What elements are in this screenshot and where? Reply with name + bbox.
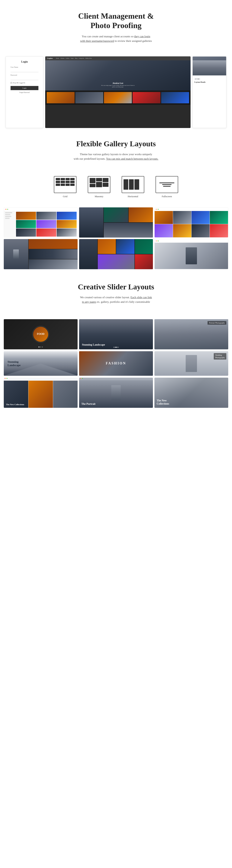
wedding-slider-card: WeddingPhotography xyxy=(155,351,228,376)
masonry-col-2 xyxy=(96,178,102,187)
nav-link-blog[interactable]: Blog xyxy=(75,58,77,59)
nav-link-pages[interactable]: Pages xyxy=(71,58,74,59)
grid-cell xyxy=(61,184,65,186)
photo-cell xyxy=(57,228,77,237)
nav-link-gallery[interactable]: Gallery xyxy=(66,58,69,59)
photo-cell xyxy=(98,239,116,254)
fullscreen-label: Fullscreen xyxy=(162,195,172,198)
fullscreen-line xyxy=(162,184,171,185)
login-button[interactable]: Login xyxy=(10,86,38,90)
grid-icon-box xyxy=(54,176,76,193)
photo-cell xyxy=(135,254,153,269)
gallery-thumb-1[interactable] xyxy=(47,92,74,103)
fullscreen-line xyxy=(159,183,174,183)
gallery-section-description: Theme has various gallery layouts to sho… xyxy=(67,152,165,161)
username-input[interactable] xyxy=(10,69,38,72)
wedding-overlay-text: WeddingPhotography xyxy=(214,353,226,360)
dot-green xyxy=(7,378,7,379)
website-nav: Grapher. Home Albums Gallery Pages Blog … xyxy=(45,56,191,60)
landscape2-slider-card: StunningLandscape xyxy=(4,351,77,376)
photo-cell xyxy=(210,224,228,237)
website-preview: Grapher. Home Albums Gallery Pages Blog … xyxy=(45,56,191,128)
username-label: User Name xyxy=(10,66,38,68)
gallery-screenshot-2 xyxy=(79,207,153,238)
hero-name: Jessica Lee xyxy=(101,82,135,85)
nav-link-categories[interactable]: Categories xyxy=(78,58,84,59)
slider-section-title: Creative Slider Layouts xyxy=(28,282,204,291)
hero-subtitle: We can assign page to each clients and l… xyxy=(101,85,135,88)
gallery-screenshot-1 xyxy=(4,207,77,238)
sidebar-item xyxy=(5,212,12,213)
the-portrait-text: The Portrait xyxy=(81,403,96,406)
slide-dot xyxy=(115,347,117,348)
nav-dots xyxy=(156,241,159,241)
login-title: Login xyxy=(10,60,38,63)
password-label: Password xyxy=(10,74,38,76)
ss-sidebar xyxy=(4,211,15,237)
nav-link-home[interactable]: Home xyxy=(56,58,59,59)
dot-green xyxy=(7,209,8,210)
portrait-slider-card: Portrait Photography xyxy=(155,319,228,349)
gallery-screenshots-grid xyxy=(4,207,228,269)
masonry-cell xyxy=(90,184,96,187)
photo-cell xyxy=(36,220,56,228)
photo-cell xyxy=(135,239,153,254)
grid-cell xyxy=(56,184,60,186)
slider-row-1: FOOD Stunning Landscape Portrait Photogr… xyxy=(4,319,228,349)
photo-cell xyxy=(173,224,191,237)
photo-cell xyxy=(104,223,153,238)
gallery-screenshot-6 xyxy=(155,239,228,269)
ss-main xyxy=(15,211,77,237)
fashion-text: FASHION xyxy=(106,362,126,365)
photo-cell xyxy=(192,211,210,224)
forgot-password-link[interactable]: Forgot Password xyxy=(10,92,38,93)
sidebar-item xyxy=(5,216,11,217)
gallery-thumb-3[interactable] xyxy=(104,92,132,103)
grid-cell xyxy=(61,181,65,183)
ss-nav xyxy=(4,208,77,211)
photo-cell xyxy=(29,259,77,269)
dot-red xyxy=(5,209,6,210)
password-input[interactable] xyxy=(10,77,38,80)
photo-cell xyxy=(173,211,191,224)
profile-card-image xyxy=(193,57,226,75)
grid-cell xyxy=(66,178,70,180)
grid-cell xyxy=(56,181,60,183)
section-description: You can create and manage client account… xyxy=(69,34,163,43)
slide-dot xyxy=(40,346,41,347)
photo-cell xyxy=(16,228,36,237)
nav-link-more[interactable]: Media Altos xyxy=(85,58,92,59)
nav-link-albums[interactable]: Albums xyxy=(60,58,64,59)
login-mockup-wrapper: Login User Name Password Keep Me Logged … xyxy=(6,56,226,128)
photo-cell xyxy=(98,254,134,269)
gallery-thumb-4[interactable] xyxy=(133,92,160,103)
photo-cell xyxy=(16,212,36,220)
grid-label: Grid xyxy=(63,195,67,198)
photo-cell xyxy=(155,224,173,237)
horizontal-label: Horizontal xyxy=(128,195,138,198)
the-new-collections-text: The NewCollections xyxy=(157,399,169,406)
fullscreen-icon-box xyxy=(156,176,178,193)
food-circle-ring xyxy=(32,326,49,343)
dot-yellow xyxy=(157,241,158,241)
keep-logged-in-checkbox[interactable] xyxy=(10,82,12,84)
keep-logged-in-label: Keep Me Logged In xyxy=(13,82,25,84)
dot-green xyxy=(158,241,159,241)
keep-logged-in-row: Keep Me Logged In xyxy=(10,82,38,84)
photo-cell xyxy=(210,211,228,224)
photo-cell xyxy=(29,239,77,249)
bottom-spacer xyxy=(0,408,232,419)
slider-row-2: StunningLandscape FASHION WeddingPhotogr… xyxy=(4,351,228,376)
gallery-thumb-5[interactable] xyxy=(161,92,189,103)
masonry-cell xyxy=(103,178,108,182)
grid-icon xyxy=(56,178,74,186)
horiz-col xyxy=(124,179,128,190)
profile-name: Cayton Heath xyxy=(194,81,225,83)
photo-cell xyxy=(57,212,77,220)
photo-cell xyxy=(36,228,56,237)
gallery-thumb-2[interactable] xyxy=(75,92,103,103)
gallery-screenshot-4 xyxy=(4,239,77,269)
horizontal-icon-box xyxy=(122,176,144,193)
the-new-collections-card: The NewCollections xyxy=(155,378,228,408)
dot-green xyxy=(158,209,159,210)
